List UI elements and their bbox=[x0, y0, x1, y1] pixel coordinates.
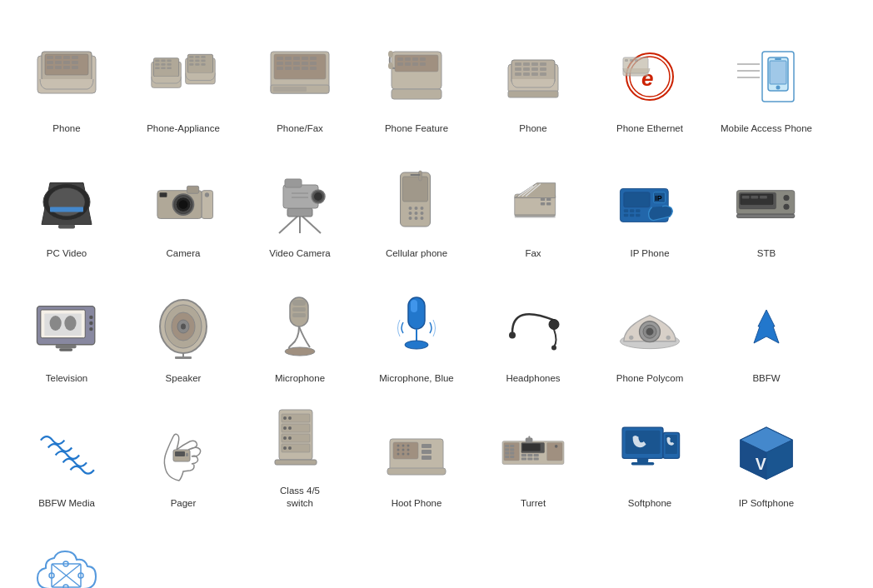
icon-ip-softphone: V bbox=[725, 414, 808, 489]
svg-rect-249 bbox=[547, 443, 562, 461]
label-phone-fax: Phone/Fax bbox=[277, 122, 323, 135]
icon-gatekeeper bbox=[25, 539, 108, 588]
item-cellular-phone[interactable]: Cellular phone bbox=[358, 142, 475, 267]
item-phone-polycom[interactable]: Phone Polycom bbox=[591, 267, 708, 391]
svg-rect-22 bbox=[167, 63, 171, 66]
item-softphone[interactable]: Softphone bbox=[591, 391, 708, 516]
svg-rect-240 bbox=[510, 456, 514, 458]
svg-rect-17 bbox=[155, 60, 159, 62]
item-microphone-blue[interactable]: Microphone, Blue bbox=[358, 267, 475, 391]
svg-point-226 bbox=[407, 453, 410, 456]
svg-rect-115 bbox=[287, 208, 312, 217]
svg-point-252 bbox=[555, 445, 558, 448]
item-mobile-access-phone[interactable]: Mobile Access Phone bbox=[708, 17, 825, 142]
svg-rect-247 bbox=[527, 457, 532, 460]
item-speaker[interactable]: Speaker bbox=[125, 267, 242, 391]
svg-rect-246 bbox=[521, 457, 526, 460]
svg-rect-109 bbox=[160, 192, 167, 197]
item-bbfw-media[interactable]: BBFW Media bbox=[8, 391, 125, 516]
svg-rect-235 bbox=[505, 448, 509, 451]
item-phone-fax[interactable]: Phone/Fax bbox=[242, 17, 358, 142]
svg-rect-40 bbox=[285, 57, 292, 60]
item-ip-softphone[interactable]: V IP Softphone bbox=[708, 391, 825, 516]
svg-point-208 bbox=[288, 416, 292, 420]
icon-phone-appliance bbox=[142, 39, 225, 114]
icon-phone2 bbox=[491, 39, 575, 114]
svg-rect-184 bbox=[292, 313, 306, 317]
item-phone[interactable]: Phone bbox=[8, 17, 125, 142]
item-camera[interactable]: Camera bbox=[125, 142, 242, 267]
svg-rect-10 bbox=[72, 61, 78, 64]
svg-rect-159 bbox=[751, 196, 758, 199]
svg-rect-151 bbox=[636, 209, 640, 212]
svg-rect-48 bbox=[310, 62, 317, 65]
item-stb[interactable]: STB bbox=[708, 142, 825, 267]
item-hoot-phone[interactable]: Hoot Phone bbox=[358, 391, 475, 516]
item-phone-ethernet[interactable]: e Phone Ethernet bbox=[591, 17, 708, 142]
icon-television bbox=[25, 289, 108, 364]
svg-rect-237 bbox=[505, 452, 509, 455]
svg-rect-172 bbox=[56, 345, 77, 348]
svg-point-191 bbox=[551, 346, 556, 351]
svg-rect-21 bbox=[161, 63, 165, 66]
item-class-switch[interactable]: Class 4/5 switch bbox=[242, 391, 358, 516]
svg-text:IP: IP bbox=[655, 194, 661, 202]
svg-text:V: V bbox=[756, 455, 766, 473]
svg-rect-79 bbox=[515, 72, 521, 76]
svg-point-211 bbox=[283, 436, 287, 440]
svg-rect-34 bbox=[189, 63, 193, 66]
svg-rect-95 bbox=[775, 58, 781, 60]
item-phone-appliance[interactable]: Phone-Appliance bbox=[125, 17, 242, 142]
item-turret[interactable]: Turret bbox=[475, 391, 591, 516]
label-microphone-blue: Microphone, Blue bbox=[379, 372, 454, 385]
label-cellular-phone: Cellular phone bbox=[386, 247, 447, 260]
svg-rect-228 bbox=[422, 450, 432, 454]
svg-rect-144 bbox=[515, 214, 556, 217]
svg-marker-136 bbox=[515, 183, 556, 198]
svg-point-168 bbox=[64, 316, 76, 331]
svg-rect-18 bbox=[161, 60, 165, 62]
item-headphones[interactable]: Headphones bbox=[475, 267, 591, 391]
item-television[interactable]: Television bbox=[8, 267, 125, 391]
item-phone-feature[interactable]: Phone Feature bbox=[358, 17, 475, 142]
svg-rect-201 bbox=[186, 453, 188, 456]
svg-point-67 bbox=[388, 62, 393, 69]
icon-phone-polycom bbox=[608, 289, 691, 364]
item-video-camera[interactable]: Video Camera bbox=[242, 142, 358, 267]
svg-rect-244 bbox=[527, 454, 532, 456]
icon-bbfw bbox=[725, 289, 808, 364]
svg-rect-134 bbox=[411, 174, 421, 176]
svg-rect-142 bbox=[541, 202, 545, 206]
svg-point-198 bbox=[666, 336, 671, 340]
svg-point-94 bbox=[776, 86, 781, 90]
svg-point-127 bbox=[421, 207, 424, 210]
svg-rect-78 bbox=[540, 67, 546, 71]
item-bbfw[interactable]: BBFW bbox=[708, 267, 825, 391]
svg-point-125 bbox=[409, 207, 412, 210]
svg-rect-74 bbox=[540, 62, 546, 66]
svg-rect-256 bbox=[631, 462, 655, 466]
svg-point-118 bbox=[314, 192, 322, 201]
svg-rect-58 bbox=[397, 57, 403, 61]
item-pc-video[interactable]: PC Video bbox=[8, 142, 125, 267]
item-gatekeeper[interactable]: Gatekeeper bbox=[8, 516, 125, 588]
svg-rect-64 bbox=[412, 62, 418, 66]
icon-fax bbox=[491, 164, 575, 239]
item-microphone[interactable]: Microphone bbox=[242, 267, 358, 391]
item-pager[interactable]: Pager bbox=[125, 391, 242, 516]
svg-point-223 bbox=[407, 449, 410, 451]
label-phone-feature: Phone Feature bbox=[385, 122, 448, 135]
svg-rect-103 bbox=[58, 225, 75, 229]
svg-point-161 bbox=[783, 195, 789, 201]
item-fax[interactable]: Fax bbox=[475, 142, 591, 267]
svg-rect-31 bbox=[189, 60, 193, 62]
item-ip-phone[interactable]: IP IP Phone bbox=[591, 142, 708, 267]
svg-rect-24 bbox=[161, 67, 165, 70]
item-phone2[interactable]: Phone bbox=[475, 17, 591, 142]
svg-point-167 bbox=[50, 316, 62, 331]
svg-rect-251 bbox=[528, 436, 530, 439]
svg-rect-33 bbox=[201, 60, 205, 62]
svg-point-219 bbox=[402, 445, 405, 447]
svg-rect-245 bbox=[534, 454, 539, 456]
svg-rect-19 bbox=[167, 60, 171, 62]
